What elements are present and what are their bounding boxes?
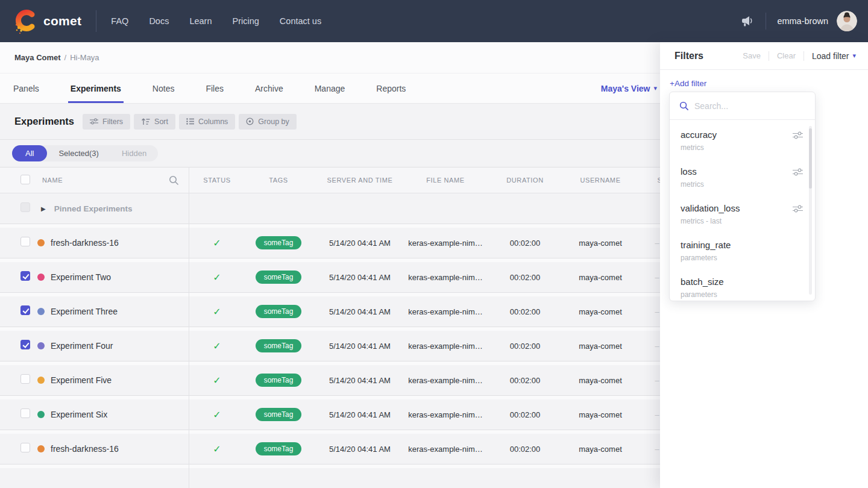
nav-link-pricing[interactable]: Pricing	[233, 16, 259, 26]
tab-reports[interactable]: Reports	[375, 74, 407, 103]
experiment-name[interactable]: fresh-darkness-16	[51, 238, 119, 248]
toolbar-group-by-button[interactable]: Group by	[239, 114, 296, 130]
experiment-name[interactable]: Experiment Five	[51, 375, 112, 385]
clear-filter-button[interactable]: Clear	[777, 51, 796, 60]
toolbar-button-label: Group by	[258, 117, 289, 126]
announcements-icon[interactable]	[741, 16, 755, 27]
column-header-server-and-time[interactable]: SERVER AND TIME	[312, 177, 408, 184]
tag-badge[interactable]: someTag	[256, 339, 302, 352]
nav-link-learn[interactable]: Learn	[189, 16, 212, 26]
nav-link-contact-us[interactable]: Contact us	[280, 16, 321, 26]
experiment-color-dot	[37, 342, 45, 349]
column-header-file-name[interactable]: FILE NAME	[408, 177, 483, 184]
experiments-filter-pills: AllSelected(3)Hidden	[12, 145, 158, 161]
tab-manage[interactable]: Manage	[313, 74, 347, 103]
navbar-divider	[96, 10, 96, 32]
panel-divider	[769, 51, 769, 61]
column-header-tags[interactable]: TAGS	[245, 177, 312, 184]
experiment-color-dot	[37, 445, 45, 452]
tab-notes[interactable]: Notes	[151, 74, 176, 103]
comet-logo-icon	[13, 8, 37, 34]
sliders-icon[interactable]	[793, 131, 803, 139]
experiment-name[interactable]: Experiment Six	[51, 410, 107, 419]
column-divider	[189, 167, 189, 488]
sliders-icon[interactable]	[793, 168, 803, 176]
tag-badge[interactable]: someTag	[256, 374, 302, 387]
row-checkbox[interactable]	[20, 305, 30, 315]
filter-field-dropdown: accuracymetricslossmetricsvalidation_los…	[669, 92, 816, 301]
column-header-name[interactable]: NAME	[37, 177, 63, 184]
duration: 00:02:00	[510, 410, 541, 419]
tag-badge[interactable]: someTag	[256, 408, 302, 421]
experiment-name[interactable]: Experiment Three	[51, 307, 118, 316]
server-and-time: 5/14/20 04:41 AM	[329, 342, 391, 351]
duration: 00:02:00	[510, 445, 541, 454]
dropdown-scrollbar-thumb[interactable]	[809, 128, 812, 189]
toolbar-filters-button[interactable]: Filters	[83, 114, 130, 130]
experiment-name[interactable]: Experiment Two	[51, 272, 111, 282]
tab-experiments[interactable]: Experiments	[69, 74, 122, 103]
toolbar-sort-button[interactable]: Sort	[134, 114, 175, 130]
sliders-icon[interactable]	[793, 205, 803, 213]
duration: 00:02:00	[510, 376, 541, 385]
tag-badge[interactable]: someTag	[256, 442, 302, 455]
column-header-username[interactable]: USERNAME	[567, 177, 634, 184]
navbar-divider	[766, 13, 766, 30]
nav-link-faq[interactable]: FAQ	[111, 16, 128, 26]
file-name: keras-example-nim…	[408, 445, 483, 454]
tag-badge[interactable]: someTag	[256, 236, 302, 249]
filter-option-category: metrics - last	[681, 217, 792, 226]
row-checkbox[interactable]	[20, 271, 30, 281]
breadcrumb-workspace[interactable]: Maya Comet	[14, 53, 61, 62]
view-pill-selected-3[interactable]: Selected(3)	[47, 145, 110, 161]
toolbar-button-label: Filters	[102, 117, 123, 126]
view-pill-hidden[interactable]: Hidden	[110, 145, 158, 161]
tag-badge[interactable]: someTag	[256, 271, 302, 284]
filter-option-training-rate[interactable]: training_rateparameters	[670, 234, 815, 271]
column-header-duration[interactable]: DURATION	[483, 177, 567, 184]
username: maya-comet	[579, 342, 622, 351]
experiment-name[interactable]: fresh-darkness-16	[51, 444, 119, 454]
filter-option-batch-size[interactable]: batch_sizeparameters	[670, 271, 815, 301]
duration: 00:02:00	[510, 342, 541, 351]
tab-panels[interactable]: Panels	[12, 74, 40, 103]
filter-option-validation-loss[interactable]: validation_lossmetrics - last	[670, 197, 815, 234]
status-completed-icon: ✓	[213, 444, 221, 454]
username[interactable]: emma-brown	[777, 16, 828, 26]
save-filter-button[interactable]: Save	[743, 51, 761, 60]
page-title: Experiments	[14, 116, 74, 127]
filter-option-accuracy[interactable]: accuracymetrics	[670, 124, 815, 160]
filter-search-input[interactable]	[694, 101, 807, 111]
file-name: keras-example-nim…	[408, 342, 483, 351]
add-filter-link[interactable]: +Add filter	[670, 79, 706, 88]
nav-link-docs[interactable]: Docs	[149, 16, 169, 26]
view-selector[interactable]: Maya's View ▾	[601, 74, 657, 103]
select-all-checkbox[interactable]	[20, 175, 30, 184]
filter-option-loss[interactable]: lossmetrics	[670, 160, 815, 197]
username: maya-comet	[579, 239, 622, 248]
row-checkbox[interactable]	[20, 237, 30, 246]
breadcrumb-project[interactable]: Hi-Maya	[70, 53, 99, 62]
user-avatar[interactable]	[837, 11, 857, 31]
experiment-color-dot	[37, 274, 45, 281]
tag-badge[interactable]: someTag	[256, 305, 302, 318]
chevron-down-icon: ▾	[653, 84, 657, 92]
duration: 00:02:00	[510, 273, 541, 282]
load-filter-button[interactable]: Load filter ▾	[812, 51, 856, 61]
toolbar-columns-button[interactable]: Columns	[179, 114, 235, 130]
experiment-name[interactable]: Experiment Four	[51, 341, 113, 351]
group-by-icon	[246, 117, 254, 125]
view-pill-all[interactable]: All	[12, 145, 47, 161]
expand-arrow-icon[interactable]: ▶	[41, 205, 46, 212]
column-header-status[interactable]: STATUS	[189, 177, 245, 184]
filters-panel: Filters Save Clear Load filter ▾ +Add fi…	[660, 42, 868, 488]
row-checkbox[interactable]	[20, 408, 30, 418]
server-and-time: 5/14/20 04:41 AM	[329, 410, 391, 419]
row-checkbox[interactable]	[20, 340, 30, 349]
search-icon[interactable]	[169, 175, 179, 186]
tab-archive[interactable]: Archive	[254, 74, 285, 103]
row-checkbox[interactable]	[20, 443, 30, 452]
row-checkbox[interactable]	[20, 374, 30, 384]
comet-logo[interactable]: comet	[13, 8, 81, 34]
tab-files[interactable]: Files	[204, 74, 225, 103]
